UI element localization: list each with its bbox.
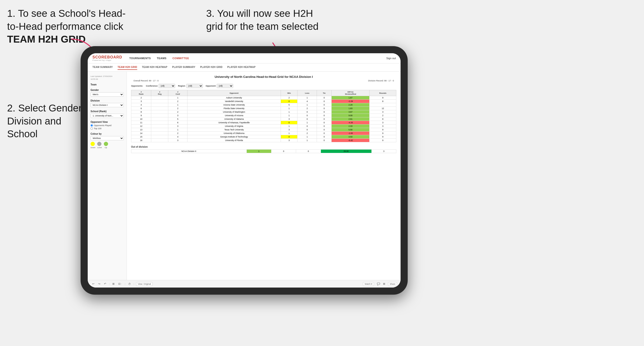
nav-tournaments[interactable]: TOURNAMENTS [130, 57, 151, 60]
main-content: Last Updated: 27/03/2024 16:55:38 Team G… [88, 72, 400, 288]
cell-opponent: Georgia Institute of Technology [187, 135, 281, 139]
subnav-player-h2h-grid[interactable]: PLAYER H2H GRID [200, 65, 222, 70]
table-row: 4 1 Arizona State University 5 1 0 2.29 [131, 103, 396, 107]
division-select[interactable]: NCAA Division I [90, 103, 124, 107]
cell-win: 0 [281, 135, 298, 139]
cell-tie: 0 [317, 135, 332, 139]
toolbar-paste[interactable]: ⊡ · [117, 282, 123, 286]
toolbar-share[interactable]: Share [388, 282, 397, 286]
ann3-line1: 3. You will now see H2H [206, 8, 313, 19]
out-of-division-table: NCAA Division II 1 0 0 26.00 3 [131, 149, 396, 153]
cell-rank: 15 [131, 135, 151, 139]
toolbar-view-original[interactable]: View: Original [136, 282, 152, 286]
subnav-team-h2h-grid[interactable]: TEAM H2H GRID [118, 65, 137, 70]
cell-win: 0 [281, 100, 298, 103]
sign-out-link[interactable]: Sign out [386, 57, 396, 60]
cell-win: 5 [281, 103, 298, 107]
table-row: 3 2 Vanderbilt University 0 4 0 -2.29 8 [131, 100, 396, 103]
cell-win: 1 [281, 107, 298, 110]
toolbar-clock[interactable]: ⏱ [127, 282, 132, 286]
ood-win: 1 [246, 150, 271, 153]
radio-opponents-played[interactable]: Opponents Played [90, 124, 124, 127]
overall-record: Overall Record: 89 - 17 - 0 [134, 80, 158, 82]
opponent-view-label: Opponent View [90, 121, 124, 123]
toolbar-redo[interactable]: ↪ [97, 282, 101, 286]
cell-win: 1 [281, 132, 298, 135]
sub-nav: TEAM SUMMARY TEAM H2H GRID TEAM H2H HEAT… [88, 63, 400, 72]
col-diff: Diff AvStrokes/Rnd [332, 90, 370, 96]
school-select[interactable]: 1. University of Nort... [90, 114, 124, 118]
cell-win: 1 [281, 114, 298, 117]
subnav-team-summary[interactable]: TEAM SUMMARY [92, 65, 113, 70]
cell-rounds [370, 103, 396, 107]
records-row: Overall Record: 89 - 17 - 0 Division Rec… [131, 80, 396, 82]
region-select[interactable]: (All) [186, 84, 203, 88]
table-row: 12 3 University of Virginia 1 0 0 2.33 3 [131, 125, 396, 128]
toolbar-undo[interactable]: ↩ [91, 282, 95, 286]
sidebar-colour-section: Colour by Win/loss Down Level [90, 133, 124, 149]
toolbar-right: Watch ▾ 💬 ⊞ Share [363, 282, 397, 286]
cell-opponent: Vanderbilt University [187, 100, 281, 103]
opponent-filter-label: Opponent [206, 85, 216, 87]
annotation-3: 3. You will now see H2H grid for the tea… [206, 7, 348, 33]
table-row: 9 3 University of Arizona 1 0 0 9.00 2 [131, 114, 396, 117]
toolbar-comment[interactable]: 💬 [377, 282, 380, 285]
nav-committee[interactable]: COMMITTEE [172, 57, 189, 60]
subnav-player-h2h-heatmap[interactable]: PLAYER H2H HEATMAP [227, 65, 256, 70]
sidebar: Last Updated: 27/03/2024 16:55:38 Team G… [88, 72, 127, 288]
gender-select[interactable]: Men's [90, 92, 124, 97]
cell-tie: 0 [317, 121, 332, 125]
conference-select[interactable]: (All) [158, 84, 175, 88]
last-updated: Last Updated: 27/03/2024 16:55:38 [90, 75, 124, 80]
toolbar-watch[interactable]: Watch ▾ [363, 282, 374, 286]
table-row: 14 2 University of Oklahoma 1 2 0 -1.00 … [131, 132, 396, 135]
cell-rounds: 8 [370, 117, 396, 121]
cell-tie: 0 [317, 96, 332, 100]
main-nav: TOURNAMENTS TEAMS COMMITTEE [130, 57, 379, 60]
cell-tie: 0 [317, 128, 332, 132]
ann1-line3-bold: TEAM H2H GRID [7, 34, 86, 45]
cell-diff: 5.56 [332, 128, 370, 132]
cell-opponent: University of Florida [187, 139, 281, 142]
annotation-1: 1. To see a School's Head- to-Head perfo… [7, 7, 126, 46]
cell-rank: 10 [131, 117, 151, 121]
cell-tie: 0 [317, 117, 332, 121]
app-logo: SCOREBOARD Powered by clippi [92, 55, 122, 61]
tablet-device: SCOREBOARD Powered by clippi TOURNAMENTS… [80, 46, 408, 295]
radio-top100[interactable]: Top 100 [90, 127, 124, 130]
toolbar-back[interactable]: ↶ [103, 282, 107, 286]
cell-rounds: 9 [370, 135, 396, 139]
ann1-line2: to-Head performance click [7, 21, 123, 32]
cell-opponent: Arizona State University [187, 103, 281, 107]
colour-by-select[interactable]: Win/loss [90, 136, 124, 140]
table-row: 6 2 Florida State University 1 2 0 1.83 … [131, 107, 396, 110]
swatch-down [90, 142, 95, 146]
cell-win: 2 [281, 96, 298, 100]
cell-diff: 9.00 [332, 114, 370, 117]
ann1-line1: 1. To see a School's Head- [7, 8, 126, 19]
cell-rounds: 3 [370, 121, 396, 125]
cell-rank: 16 [131, 139, 151, 142]
cell-diff: -6.42 [332, 139, 370, 142]
subnav-team-h2h-heatmap[interactable]: TEAM H2H HEATMAP [142, 65, 167, 70]
toolbar: ↩ ↪ ↶ | ⊞ ⊡ · | ⏱ | View: Original Watch… [88, 280, 400, 288]
toolbar-copy[interactable]: ⊞ [112, 282, 116, 286]
opponent-select[interactable]: (All) [217, 84, 233, 88]
cell-opponent: University of Alabama [187, 117, 281, 121]
sidebar-school-section: School (Rank) 1. University of Nort... [90, 110, 124, 118]
cell-loss: 0 [298, 125, 317, 128]
subnav-player-summary[interactable]: PLAYER SUMMARY [172, 65, 195, 70]
cell-rank: 4 [131, 103, 151, 107]
team-label: Team [90, 83, 124, 86]
cell-diff: 2.29 [332, 103, 370, 107]
school-label: School (Rank) [90, 110, 124, 113]
col-opponent: Opponent [187, 90, 281, 96]
cell-diff: 2.61 [332, 117, 370, 121]
app-header: SCOREBOARD Powered by clippi TOURNAMENTS… [88, 53, 400, 63]
cell-conf: 3 [168, 125, 188, 128]
cell-rounds: 12 [370, 107, 396, 110]
toolbar-grid-icon[interactable]: ⊞ [383, 282, 385, 285]
cell-loss: 0 [298, 128, 317, 132]
logo-sub: Powered by clippi [92, 59, 122, 61]
nav-teams[interactable]: TEAMS [157, 57, 166, 60]
